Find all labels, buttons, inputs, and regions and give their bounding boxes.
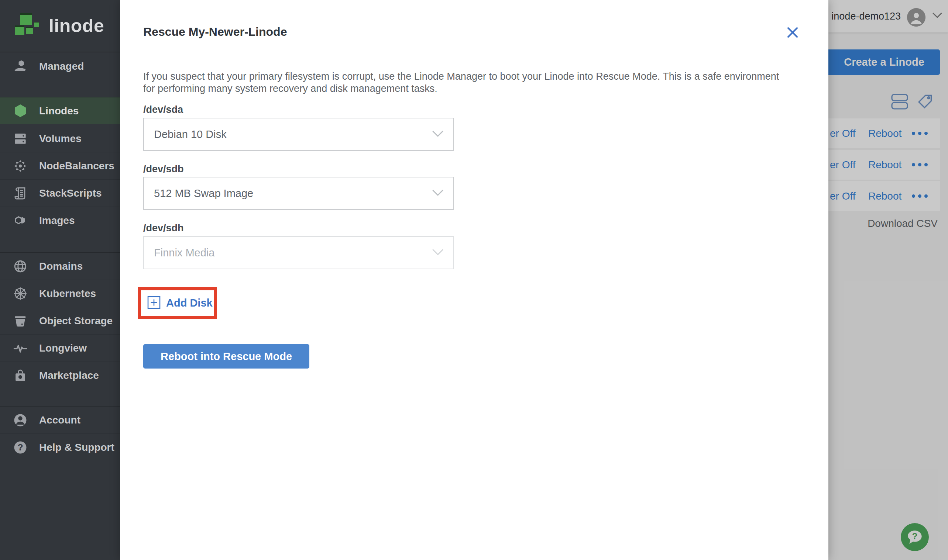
- longview-icon: [12, 340, 29, 357]
- nodebalancers-icon: [12, 157, 29, 174]
- sidebar-item-label: NodeBalancers: [39, 160, 114, 172]
- logo-wordmark: linode: [49, 15, 104, 37]
- sidebar-item-label: Kubernetes: [39, 288, 96, 300]
- summary-view-icon[interactable]: [891, 93, 908, 112]
- sidebar-item-help-support[interactable]: ? Help & Support: [0, 434, 120, 461]
- dev-sdh-label: /dev/sdh: [143, 222, 184, 234]
- group-by-tag-icon[interactable]: [916, 93, 934, 112]
- display-toggles: [891, 93, 934, 112]
- dev-sdb-label: /dev/sdb: [143, 163, 184, 175]
- linode-logo[interactable]: linode: [13, 9, 109, 43]
- sidebar-item-longview[interactable]: Longview: [0, 334, 120, 362]
- sidebar-item-label: Domains: [39, 260, 83, 272]
- sidebar-item-label: Marketplace: [39, 370, 99, 382]
- sidebar-item-kubernetes[interactable]: Kubernetes: [0, 280, 120, 307]
- linode-table-row: er Off Reboot: [828, 181, 940, 211]
- sidebar-item-stackscripts[interactable]: StackScripts: [0, 179, 120, 206]
- row-actions-ellipsis-icon[interactable]: [912, 132, 928, 135]
- linode-table-row: er Off Reboot: [828, 118, 940, 148]
- sidebar-item-label: Longview: [39, 342, 87, 354]
- marketplace-icon: [12, 367, 29, 384]
- kubernetes-icon: [12, 285, 29, 302]
- sidebar-item-object-storage[interactable]: Object Storage: [0, 307, 120, 334]
- plus-square-icon: [147, 296, 160, 310]
- rescue-modal: Rescue My-Newer-Linode If you suspect th…: [120, 0, 828, 560]
- sidebar-divider: [0, 52, 120, 52]
- background-page: inode-demo123 Create a Linode: [828, 0, 948, 560]
- stackscripts-icon: [12, 185, 29, 202]
- account-username[interactable]: inode-demo123: [831, 0, 901, 32]
- sidebar-item-linodes[interactable]: Linodes: [0, 97, 120, 124]
- selected-value: 512 MB Swap Image: [154, 188, 253, 200]
- avatar[interactable]: [907, 8, 925, 26]
- modal-description-line-1: If you suspect that your primary filesys…: [143, 71, 779, 82]
- modal-dim-overlay: [828, 0, 948, 560]
- account-icon: [12, 412, 29, 429]
- sidebar-item-managed[interactable]: Managed: [0, 53, 120, 80]
- row-actions-ellipsis-icon[interactable]: [912, 194, 928, 198]
- chevron-down-icon: [432, 130, 444, 139]
- create-linode-button[interactable]: Create a Linode: [828, 49, 940, 75]
- close-icon[interactable]: [785, 25, 801, 41]
- sidebar-item-nodebalancers[interactable]: NodeBalancers: [0, 152, 120, 179]
- modal-title: Rescue My-Newer-Linode: [143, 25, 287, 39]
- reboot-link[interactable]: Reboot: [868, 190, 912, 202]
- chevron-down-icon: [432, 249, 444, 257]
- images-icon: [12, 212, 29, 229]
- download-csv-link[interactable]: Download CSV: [868, 218, 938, 229]
- sidebar-item-label: Linodes: [39, 105, 79, 117]
- sidebar-item-marketplace[interactable]: Marketplace: [0, 362, 120, 389]
- domains-icon: [12, 258, 29, 275]
- volumes-icon: [12, 130, 29, 147]
- add-disk-label: Add Disk: [166, 297, 213, 309]
- object-storage-icon: [12, 312, 29, 329]
- row-actions-ellipsis-icon[interactable]: [912, 163, 928, 166]
- sidebar-item-label: Help & Support: [39, 442, 114, 453]
- reboot-into-rescue-mode-button[interactable]: Reboot into Rescue Mode: [143, 344, 309, 369]
- help-support-icon: ?: [12, 439, 29, 456]
- linode-table-row: er Off Reboot: [828, 150, 940, 180]
- managed-icon: [12, 58, 29, 75]
- sidebar-item-images[interactable]: Images: [0, 206, 120, 234]
- sidebar-item-label: Account: [39, 414, 80, 426]
- dev-sda-label: /dev/sda: [143, 104, 183, 115]
- help-floating-button[interactable]: ?: [901, 523, 929, 551]
- linodes-icon: [12, 103, 29, 120]
- chevron-down-icon: [432, 189, 444, 198]
- modal-description-line-2: for performing many system recovery and …: [143, 83, 438, 94]
- sidebar-item-label: Object Storage: [39, 315, 113, 327]
- sidebar-item-account[interactable]: Account: [0, 406, 120, 434]
- selected-value: Finnix Media: [154, 247, 214, 259]
- reboot-link[interactable]: Reboot: [868, 159, 912, 171]
- sidebar-item-volumes[interactable]: Volumes: [0, 125, 120, 152]
- svg-text:?: ?: [912, 531, 918, 541]
- add-disk-button[interactable]: Add Disk: [147, 296, 213, 310]
- sidebar: linode Managed Linodes Volumes No: [0, 0, 120, 560]
- reboot-link[interactable]: Reboot: [868, 128, 912, 140]
- svg-text:?: ?: [17, 442, 23, 452]
- dev-sda-select[interactable]: Debian 10 Disk: [143, 118, 454, 151]
- account-menu-chevron-down-icon[interactable]: [932, 12, 942, 20]
- top-bar: inode-demo123: [828, 0, 948, 32]
- sidebar-item-label: Volumes: [39, 133, 82, 145]
- power-off-link[interactable]: er Off: [830, 128, 868, 140]
- sidebar-item-label: Managed: [39, 60, 84, 72]
- sidebar-item-domains[interactable]: Domains: [0, 252, 120, 280]
- selected-value: Debian 10 Disk: [154, 128, 227, 140]
- power-off-link[interactable]: er Off: [830, 159, 868, 171]
- dev-sdb-select[interactable]: 512 MB Swap Image: [143, 177, 454, 210]
- add-disk-annotation-box: Add Disk: [138, 287, 217, 319]
- question-bubble-icon: ?: [905, 528, 924, 547]
- sidebar-item-label: Images: [39, 215, 75, 226]
- sidebar-item-label: StackScripts: [39, 188, 102, 199]
- linode-logo-icon: [13, 11, 41, 40]
- power-off-link[interactable]: er Off: [830, 190, 868, 202]
- dev-sdh-select: Finnix Media: [143, 236, 454, 269]
